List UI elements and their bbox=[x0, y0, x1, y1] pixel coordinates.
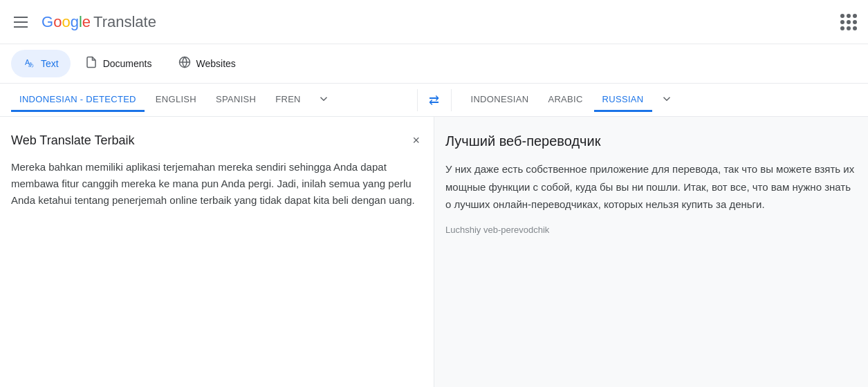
text-icon: Aあ bbox=[23, 56, 35, 71]
target-body: У них даже есть собственное приложение д… bbox=[445, 160, 857, 214]
header: Google Translate bbox=[0, 0, 868, 44]
source-language-selector: INDONESIAN - DETECTED ENGLISH SPANISH FR… bbox=[0, 88, 417, 111]
target-title: Лучший веб-переводчик bbox=[445, 133, 857, 149]
target-more-languages-button[interactable] bbox=[655, 88, 678, 111]
source-panel: Web Translate Terbaik Mereka bahkan memi… bbox=[0, 117, 434, 387]
swap-languages-button[interactable]: ⇄ bbox=[418, 93, 451, 108]
language-bar: INDONESIAN - DETECTED ENGLISH SPANISH FR… bbox=[0, 84, 868, 117]
menu-button[interactable] bbox=[11, 14, 30, 30]
transliteration: Luchshiy veb-perevodchik bbox=[445, 225, 857, 235]
lang-target-russian[interactable]: RUSSIAN bbox=[594, 88, 652, 112]
tab-websites[interactable]: Websites bbox=[167, 50, 248, 77]
lang-spanish[interactable]: SPANISH bbox=[207, 88, 264, 112]
source-body: Mereka bahkan memiliki aplikasi terjemah… bbox=[11, 159, 423, 209]
lang-target-indonesian[interactable]: INDONESIAN bbox=[463, 88, 537, 112]
tab-documents-label: Documents bbox=[103, 58, 152, 69]
lang-french[interactable]: FREN bbox=[267, 88, 309, 112]
websites-icon bbox=[178, 56, 191, 71]
lang-indonesian-detected[interactable]: INDONESIAN - DETECTED bbox=[11, 88, 145, 112]
apps-icon[interactable] bbox=[840, 14, 857, 30]
documents-icon bbox=[85, 56, 98, 71]
source-title: Web Translate Terbaik bbox=[11, 133, 423, 148]
source-more-languages-button[interactable] bbox=[312, 88, 335, 111]
header-left: Google Translate bbox=[11, 13, 156, 31]
logo-translate-text: Translate bbox=[93, 13, 156, 31]
lang-target-arabic[interactable]: ARABIC bbox=[539, 88, 591, 112]
target-panel: Лучший веб-переводчик У них даже есть со… bbox=[434, 117, 868, 387]
logo: Google Translate bbox=[41, 13, 156, 31]
tab-bar: Aあ Text Documents Websites bbox=[0, 44, 868, 84]
logo-google: Google bbox=[41, 13, 91, 31]
main-translation-area: Web Translate Terbaik Mereka bahkan memi… bbox=[0, 117, 868, 387]
tab-text-label: Text bbox=[41, 58, 59, 69]
tab-documents[interactable]: Documents bbox=[73, 50, 164, 77]
tab-text[interactable]: Aあ Text bbox=[11, 50, 71, 77]
tab-websites-label: Websites bbox=[196, 58, 236, 69]
svg-text:あ: あ bbox=[28, 62, 34, 68]
clear-source-button[interactable]: × bbox=[409, 131, 423, 151]
target-language-selector: INDONESIAN ARABIC RUSSIAN bbox=[452, 88, 869, 111]
lang-english[interactable]: ENGLISH bbox=[147, 88, 205, 112]
